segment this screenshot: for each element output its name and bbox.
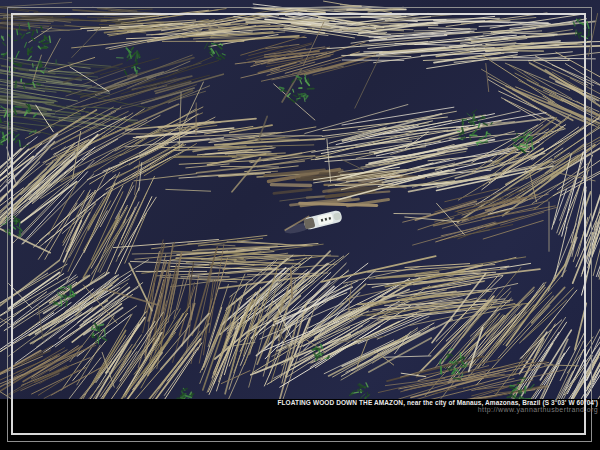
riverboat — [283, 210, 343, 236]
photo-caption: FLOATING WOOD DOWN THE AMAZON, near the … — [277, 399, 598, 414]
caption-title: FLOATING WOOD DOWN THE AMAZON, near the … — [277, 399, 598, 406]
log-cluster — [61, 307, 209, 399]
amazon-photo — [0, 0, 600, 399]
vegetation-patch — [177, 388, 194, 399]
photo-canvas — [0, 0, 600, 399]
caption-url: http://www.yannarthusbertrand.org — [277, 406, 598, 414]
vegetation-patch — [350, 383, 370, 399]
log-cluster — [327, 13, 600, 69]
wallpaper: FLOATING WOOD DOWN THE AMAZON, near the … — [0, 0, 600, 450]
